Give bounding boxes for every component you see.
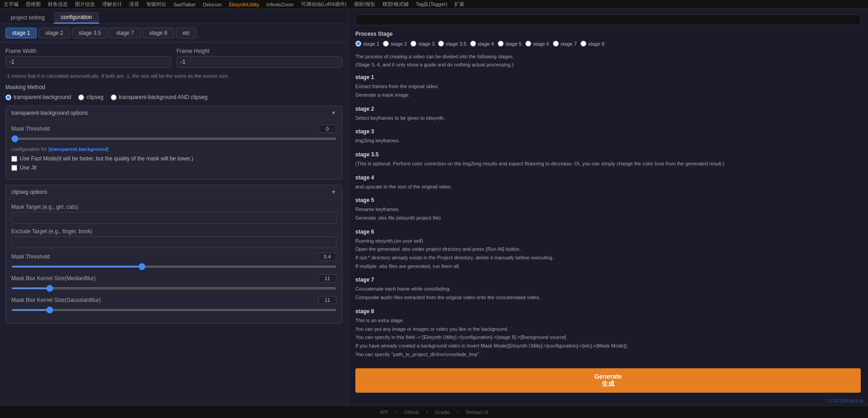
mask-target-input[interactable]: [11, 212, 336, 224]
nav-item-infinitezoom[interactable]: InfiniteZoom: [266, 2, 294, 7]
stage-radio-5[interactable]: stage 5: [498, 41, 522, 47]
footer-reload-link[interactable]: Reload UI: [466, 409, 488, 415]
main-tabs: project setting configuration: [0, 9, 348, 24]
exclude-target-group: Exclude Target (e.g., finger, book): [11, 228, 336, 248]
blur-gaussian-slider[interactable]: [11, 309, 336, 311]
stage-tab-etc[interactable]: etc: [176, 28, 197, 38]
nav-item-tagger[interactable]: Tag反(Tagger): [416, 1, 448, 8]
radio-transparent-bg[interactable]: transparent-background: [5, 94, 71, 100]
transparent-arrow-icon: ▼: [331, 110, 336, 116]
tab-project-setting[interactable]: project setting: [4, 12, 52, 23]
nav-item-voice[interactable]: 语音: [129, 1, 139, 8]
frame-width-label: Frame Width: [5, 48, 171, 54]
mask-threshold-value: 0: [318, 125, 336, 133]
clipseg-threshold-row: Mask Threshold 0.4: [11, 253, 336, 269]
clipseg-threshold-value: 0.4: [318, 253, 336, 261]
use-jit-label: Use Jit: [20, 164, 37, 171]
stage-tab-8[interactable]: stage 8: [143, 28, 174, 38]
frame-width-group: Frame Width: [5, 48, 171, 68]
stage-desc-3: stage 3 img2img keyframes.: [355, 128, 861, 145]
stage-desc-7: stage 7 Concatenate each frame while cro…: [355, 277, 861, 301]
radio-combined[interactable]: transparent-background AND clipseg: [111, 94, 208, 100]
clipseg-header[interactable]: clipseg options ▼: [6, 185, 342, 199]
footer-gradio-link[interactable]: Gradio: [435, 409, 450, 415]
frame-info-text: -1 means that it is calculated automatic…: [5, 73, 342, 79]
fast-mode-label: Use Fast Mode(It will be faster, but the…: [20, 155, 193, 162]
fast-mode-checkbox-option[interactable]: Use Fast Mode(It will be faster, but the…: [11, 155, 336, 162]
stage-radio-6[interactable]: stage 6: [525, 41, 549, 47]
footer-divider-2: •: [426, 409, 428, 415]
nav-item-text[interactable]: 文字编: [4, 1, 19, 8]
nav-item-finance[interactable]: 财务信息: [48, 1, 68, 8]
transparent-bg-body: Mask Threshold 0 configuration for [tran…: [6, 120, 342, 179]
nav-item-mindmap[interactable]: 思维图: [26, 1, 41, 8]
blur-median-row: Mask Blur Kernel Size(MedianBlur) 11: [11, 274, 336, 291]
stage-tabs: stage 1 stage 2 stage 3.5 stage 7 stage …: [0, 24, 348, 42]
process-stage-title: Process Stage: [355, 31, 861, 37]
nav-item-lora[interactable]: 可调动动(LoRA插件): [301, 1, 347, 8]
clipseg-threshold-label: Mask Threshold: [11, 254, 50, 260]
frame-width-input[interactable]: [5, 56, 171, 68]
mask-threshold-row: Mask Threshold 0: [11, 125, 336, 141]
stage-tab-35[interactable]: stage 3.5: [72, 28, 108, 38]
stage-tab-2[interactable]: stage 2: [38, 28, 70, 38]
left-content: Frame Width Frame Height -1 means that i…: [0, 42, 348, 405]
frame-dimensions: Frame Width Frame Height: [5, 48, 342, 68]
blur-gaussian-row: Mask Blur Kernel Size(GaussianBlur) 11: [11, 296, 336, 312]
exclude-target-input[interactable]: [11, 236, 336, 248]
nav-item-visual[interactable]: 视听/报告: [354, 1, 375, 8]
stage-radio-2[interactable]: stage 2: [383, 41, 407, 47]
stage-radio-7[interactable]: stage 7: [553, 41, 577, 47]
watermark: CSDN @Mr数据杨: [826, 398, 863, 404]
stage-radio-35[interactable]: stage 3.5: [438, 41, 466, 47]
nav-item-model[interactable]: 模型/格式辅: [382, 1, 409, 8]
stage-radio-1[interactable]: stage 1: [355, 41, 379, 47]
right-header-input[interactable]: [355, 14, 861, 25]
stage-radio-4[interactable]: stage 4: [470, 41, 494, 47]
stage-desc-4: stage 4 and upscale to the size of the o…: [355, 174, 861, 191]
stage-desc-6: stage 6 Running ebsynth.(on your self) O…: [355, 229, 861, 271]
exclude-target-label: Exclude Target (e.g., finger, book): [11, 228, 336, 235]
blur-median-slider[interactable]: [11, 287, 336, 289]
frame-height-group: Frame Height: [177, 48, 343, 68]
nav-item-image[interactable]: 图片信息: [75, 1, 95, 8]
fast-mode-checkbox[interactable]: [11, 156, 17, 162]
frame-height-label: Frame Height: [177, 48, 343, 54]
stage-desc-1: stage 1 Extract frames from the original…: [355, 74, 861, 99]
stage-tab-1[interactable]: stage 1: [5, 28, 37, 38]
mask-target-group: Mask Target (e.g., girl, cats): [11, 204, 336, 224]
config-for-label: configuration for [transparent-backgroun…: [11, 146, 336, 152]
footer-github-link[interactable]: Github: [404, 409, 419, 415]
clipseg-body: Mask Target (e.g., girl, cats) Exclude T…: [6, 199, 342, 323]
footer-api-link[interactable]: API: [380, 409, 388, 415]
stage-radio-8[interactable]: stage 8: [580, 41, 604, 47]
use-jit-checkbox[interactable]: [11, 165, 17, 171]
generate-button[interactable]: Generate生成: [355, 368, 861, 393]
footer-divider-3: •: [457, 409, 459, 415]
right-panel: Process Stage stage 1 stage 2 stage 3 st…: [348, 9, 868, 405]
stage-tab-7[interactable]: stage 7: [109, 28, 141, 38]
stage-radio-3[interactable]: stage 3: [410, 41, 434, 47]
transparent-bg-header[interactable]: transparent-background options ▼: [6, 106, 342, 120]
nav-item-extend[interactable]: 扩展: [454, 1, 464, 8]
footer: API • Github • Gradio • Reload UI: [0, 405, 868, 418]
tab-configuration[interactable]: configuration: [54, 12, 99, 23]
process-intro: The process of creating a video can be d…: [355, 53, 861, 69]
radio-clipseg[interactable]: clipseg: [78, 94, 103, 100]
nav-item-delurum[interactable]: Delurum: [203, 2, 222, 7]
stage-radio-group: stage 1 stage 2 stage 3 stage 3.5 stage …: [355, 41, 861, 47]
nav-item-merge[interactable]: 理解合计: [102, 1, 122, 8]
nav-item-sadtalker[interactable]: SadTalker: [174, 2, 196, 7]
stage-desc-2: stage 2 Select keyframes to be given to …: [355, 106, 861, 122]
footer-divider-1: •: [395, 409, 397, 415]
clipseg-threshold-slider[interactable]: [11, 266, 336, 268]
nav-item-compare[interactable]: 智能对比: [146, 1, 166, 8]
clipseg-arrow-icon: ▼: [331, 189, 336, 195]
mask-threshold-slider[interactable]: [11, 138, 336, 140]
frame-height-input[interactable]: [177, 56, 343, 68]
stage-desc-8: stage 8 This is an extra stage. You can …: [355, 308, 861, 358]
use-jit-checkbox-option[interactable]: Use Jit: [11, 164, 336, 171]
nav-item-ebsynth[interactable]: EbsynthUtility: [229, 2, 259, 7]
transparent-bg-section: transparent-background options ▼ Mask Th…: [5, 106, 342, 179]
left-panel: project setting configuration stage 1 st…: [0, 9, 348, 405]
